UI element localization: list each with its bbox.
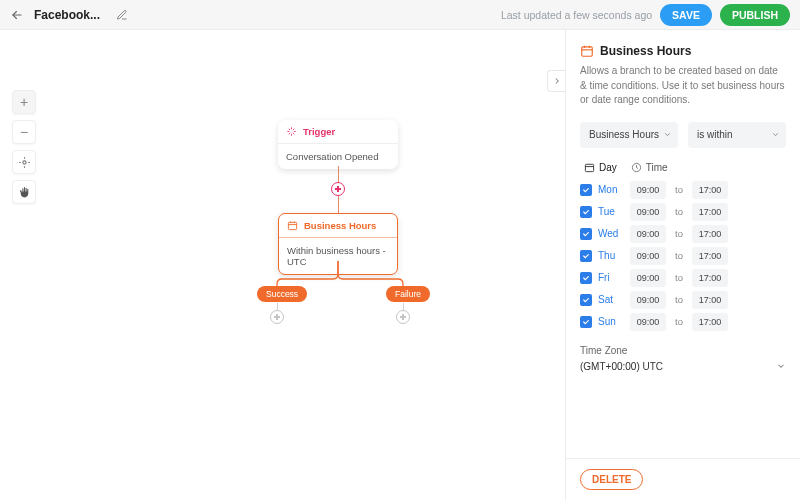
time-to-label: to	[672, 206, 686, 217]
day-row: Thu09:00to17:00	[580, 247, 786, 265]
condition-operator-dropdown[interactable]: is within	[688, 122, 786, 148]
day-checkbox[interactable]	[580, 206, 592, 218]
workflow-canvas[interactable]: + − Trigger Conversation Opened Business…	[0, 30, 565, 500]
zoom-in-button[interactable]: +	[12, 90, 36, 114]
tab-time[interactable]: Time	[631, 162, 668, 173]
start-time-input[interactable]: 09:00	[630, 313, 666, 331]
day-row: Fri09:00to17:00	[580, 269, 786, 287]
add-step-success-button[interactable]	[270, 310, 284, 324]
header-bar: Facebook... Last updated a few seconds a…	[0, 0, 800, 30]
workflow-title: Facebook...	[34, 8, 100, 22]
add-step-failure-button[interactable]	[396, 310, 410, 324]
edit-title-icon[interactable]	[110, 9, 128, 21]
day-row: Mon09:00to17:00	[580, 181, 786, 199]
day-row: Tue09:00to17:00	[580, 203, 786, 221]
success-branch-badge[interactable]: Success	[257, 286, 307, 302]
condition-type-dropdown[interactable]: Business Hours	[580, 122, 678, 148]
chevron-down-icon	[776, 361, 786, 371]
end-time-input[interactable]: 17:00	[692, 181, 728, 199]
day-label: Wed	[598, 228, 624, 239]
timezone-value: (GMT+00:00) UTC	[580, 361, 663, 372]
time-to-label: to	[672, 250, 686, 261]
back-arrow-icon[interactable]	[10, 8, 24, 22]
tab-time-label: Time	[646, 162, 668, 173]
time-to-label: to	[672, 272, 686, 283]
time-to-label: to	[672, 228, 686, 239]
end-time-input[interactable]: 17:00	[692, 203, 728, 221]
recenter-button[interactable]	[12, 150, 36, 174]
day-row: Sun09:00to17:00	[580, 313, 786, 331]
end-time-input[interactable]: 17:00	[692, 313, 728, 331]
connector-stub	[403, 303, 404, 310]
start-time-input[interactable]: 09:00	[630, 181, 666, 199]
day-label: Tue	[598, 206, 624, 217]
canvas-toolbar: + −	[12, 90, 36, 204]
panel-title-text: Business Hours	[600, 44, 691, 58]
save-button[interactable]: SAVE	[660, 4, 712, 26]
day-checkbox[interactable]	[580, 294, 592, 306]
end-time-input[interactable]: 17:00	[692, 291, 728, 309]
tab-day-label: Day	[599, 162, 617, 173]
day-label: Fri	[598, 272, 624, 283]
last-updated-text: Last updated a few seconds ago	[501, 9, 652, 21]
start-time-input[interactable]: 09:00	[630, 203, 666, 221]
day-checkbox[interactable]	[580, 250, 592, 262]
time-to-label: to	[672, 316, 686, 327]
day-schedule-list: Mon09:00to17:00Tue09:00to17:00Wed09:00to…	[580, 181, 786, 331]
condition-operator-value: is within	[697, 129, 733, 140]
timezone-dropdown[interactable]: (GMT+00:00) UTC	[580, 361, 786, 372]
svg-rect-14	[585, 164, 593, 171]
end-time-input[interactable]: 17:00	[692, 269, 728, 287]
time-to-label: to	[672, 184, 686, 195]
bh-node-title: Business Hours	[304, 220, 376, 231]
day-row: Sat09:00to17:00	[580, 291, 786, 309]
time-to-label: to	[672, 294, 686, 305]
day-label: Mon	[598, 184, 624, 195]
zoom-out-button[interactable]: −	[12, 120, 36, 144]
side-panel: Business Hours Allows a branch to be cre…	[565, 30, 800, 500]
condition-type-value: Business Hours	[589, 129, 659, 140]
svg-rect-10	[582, 47, 593, 56]
connector-stub	[277, 303, 278, 310]
day-label: Sat	[598, 294, 624, 305]
day-label: Sun	[598, 316, 624, 327]
add-step-button[interactable]	[331, 182, 345, 196]
start-time-input[interactable]: 09:00	[630, 291, 666, 309]
start-time-input[interactable]: 09:00	[630, 247, 666, 265]
day-row: Wed09:00to17:00	[580, 225, 786, 243]
svg-point-1	[22, 160, 25, 163]
end-time-input[interactable]: 17:00	[692, 225, 728, 243]
panel-description: Allows a branch to be created based on d…	[580, 64, 786, 108]
start-time-input[interactable]: 09:00	[630, 269, 666, 287]
day-checkbox[interactable]	[580, 184, 592, 196]
panel-title: Business Hours	[580, 44, 786, 58]
svg-rect-6	[288, 222, 296, 229]
day-checkbox[interactable]	[580, 316, 592, 328]
start-time-input[interactable]: 09:00	[630, 225, 666, 243]
day-checkbox[interactable]	[580, 272, 592, 284]
collapse-panel-button[interactable]	[547, 70, 565, 92]
end-time-input[interactable]: 17:00	[692, 247, 728, 265]
publish-button[interactable]: PUBLISH	[720, 4, 790, 26]
tab-day[interactable]: Day	[584, 162, 617, 173]
day-checkbox[interactable]	[580, 228, 592, 240]
failure-branch-badge[interactable]: Failure	[386, 286, 430, 302]
trigger-node[interactable]: Trigger Conversation Opened	[278, 120, 398, 169]
day-label: Thu	[598, 250, 624, 261]
delete-step-button[interactable]: DELETE	[580, 469, 643, 490]
timezone-label: Time Zone	[580, 345, 786, 356]
pan-hand-button[interactable]	[12, 180, 36, 204]
trigger-node-title: Trigger	[303, 126, 335, 137]
